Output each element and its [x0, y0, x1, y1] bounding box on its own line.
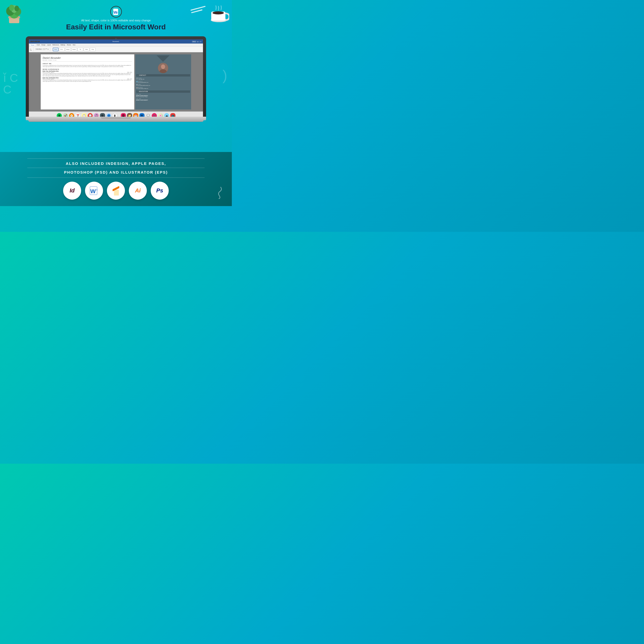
email-details: EMAIL personalemail@example.com: [138, 84, 150, 86]
website-value: yourexamplewebsite.com: [138, 82, 149, 83]
job1-text: Lorem ipsum is simply dummy text of the …: [43, 73, 132, 77]
tab-references[interactable]: References: [52, 44, 60, 46]
top-section: ǐ CC ) W ≡ All text, shape, color is 100…: [0, 0, 232, 152]
resume-name: Daniel Alexander: [43, 56, 132, 59]
dock-icon-messages[interactable]: 💬: [88, 113, 93, 117]
main-layout: ǐ CC ) W ≡ All text, shape, color is 100…: [0, 0, 232, 232]
education-header: • EDUCATION: [136, 90, 190, 93]
dock-icon-photos3[interactable]: 🌸: [158, 113, 163, 117]
font-underline[interactable]: U: [48, 48, 48, 50]
photoshop-icon-circle: Ps: [151, 182, 169, 200]
dock-icon-launchpad[interactable]: 🚀: [63, 113, 68, 117]
svg-text:≡: ≡: [96, 188, 98, 191]
bottom-line-middle: [27, 168, 205, 168]
svg-marker-15: [157, 55, 170, 62]
svg-text:≡: ≡: [117, 11, 118, 14]
about-body-text: Lorem ipsum is simply dummy text of the …: [43, 65, 132, 67]
app-icons-row: Id W ≡ Ai Ps: [5, 182, 227, 200]
dock-icon-safari[interactable]: 🧭: [69, 113, 74, 117]
ribbon-styles: Normal No Sp... Heading 1 Heading 2 Titl…: [52, 47, 97, 52]
education-bullet: •: [137, 91, 138, 92]
contact-phone: 📞 PHONE +012 3456 789: [135, 77, 191, 80]
dock-icon-calendar[interactable]: 📅: [75, 113, 80, 117]
dock-icon-folder[interactable]: 📁: [127, 113, 132, 117]
word-ui: ⬛ ⬛ ⬛ ⬛ ⬛ Document1 Share ⊟ □ ✕ Hom: [29, 39, 203, 117]
indesign-icon-circle: Id: [63, 182, 81, 200]
laptop: ⬛ ⬛ ⬛ ⬛ ⬛ Document1 Share ⊟ □ ✕ Hom: [26, 36, 206, 122]
tab-review[interactable]: Review: [66, 44, 72, 46]
dock-icon-icloud[interactable]: ☁: [164, 113, 169, 117]
font-bold[interactable]: B: [46, 48, 47, 50]
dock-icon-photos-app[interactable]: 🔵: [106, 113, 111, 117]
laptop-container: ⬛ ⬛ ⬛ ⬛ ⬛ Document1 Share ⊟ □ ✕ Hom: [13, 36, 219, 122]
dock-icon-word[interactable]: W: [139, 113, 145, 117]
website-icon: 🌐: [136, 81, 138, 82]
dock-icon-calendar2[interactable]: 📆: [133, 113, 138, 117]
tab-insert[interactable]: Insert: [36, 44, 41, 46]
word-tabs: Home Insert Design Layout References Mai…: [29, 44, 203, 47]
contact-bullet: •: [137, 75, 138, 76]
laptop-stand: [100, 117, 131, 119]
style-title[interactable]: Title: [78, 48, 83, 51]
website-details: WEBSITE yourexamplewebsite.com: [138, 81, 149, 83]
contact-email: ✉ EMAIL personalemail@example.com: [135, 83, 191, 87]
job2-text: Lorem ipsum is simply dummy text of the …: [43, 80, 132, 82]
dock-icon-finder[interactable]: 🖥: [57, 113, 62, 117]
also-included-text: ALSO INCLUDED INDESIGN, APPLE PAGES,: [5, 161, 227, 166]
edu1: 2015 - 2017 ENTER YOUR SUBJECT Name of U…: [135, 94, 191, 98]
dock-icon-music2[interactable]: 🎶: [152, 113, 157, 117]
dock-icon-notes[interactable]: 📋: [81, 113, 87, 117]
paste-label: Paste: [30, 50, 32, 51]
word-content-area: Daniel Alexander ENTER YOUR TITLE ABOUT …: [29, 52, 203, 112]
about-section-title: ABOUT ME: [43, 63, 132, 64]
ribbon-tools: 📋 Paste Calibri (Body) 12 B: [29, 47, 98, 52]
paste-button[interactable]: 📋: [30, 48, 32, 49]
font-size[interactable]: 12: [43, 48, 45, 50]
laptop-screen: ⬛ ⬛ ⬛ ⬛ ⬛ Document1 Share ⊟ □ ✕ Hom: [29, 39, 203, 117]
dock-icon-tv[interactable]: 📺: [170, 113, 175, 117]
subtitle-text: All text, shape, color is 100% editable …: [5, 19, 227, 22]
style-heading1[interactable]: Heading 1: [65, 48, 71, 51]
tab-design[interactable]: Design: [41, 44, 46, 46]
tab-mailings[interactable]: Mailings: [60, 44, 66, 46]
style-normal[interactable]: Normal: [53, 48, 58, 51]
resume-title-line: ENTER YOUR TITLE: [43, 60, 132, 62]
main-title: Easily Edit in Microsoft Word: [5, 23, 227, 31]
svg-point-17: [161, 64, 165, 69]
address-details: ADDRESS United States of America: [138, 87, 148, 89]
pages-icon-circle: [107, 182, 125, 200]
share-button[interactable]: Share: [192, 41, 196, 43]
contact-website: 🌐 WEBSITE yourexamplewebsite.com: [135, 80, 191, 83]
separator2: [50, 47, 50, 52]
font-name[interactable]: Calibri (Body): [35, 48, 42, 50]
bottom-section: ALSO INCLUDED INDESIGN, APPLE PAGES, PHO…: [0, 152, 232, 206]
titlebar-right: Share ⊟ □ ✕: [192, 41, 201, 43]
tab-layout[interactable]: Layout: [46, 44, 52, 46]
font-group: Calibri (Body) 12 B I U: [35, 48, 48, 50]
dock-icon-settings[interactable]: ⚙: [100, 113, 105, 117]
header-content: W ≡ All text, shape, color is 100% edita…: [5, 4, 227, 31]
photoshop-line-text: PHOTOSHOP (PSD) AND ILLUSTRATOR (EPS): [5, 170, 227, 174]
laptop-screen-outer: ⬛ ⬛ ⬛ ⬛ ⬛ Document1 Share ⊟ □ ✕ Hom: [26, 36, 206, 117]
phone-details: PHONE +012 3456 789: [138, 78, 144, 80]
dock-icon-music[interactable]: 🎵: [94, 113, 99, 117]
contact-address: 📍 ADDRESS United States of America: [135, 87, 191, 90]
work-section-title: WORK EXPERIENCE: [43, 69, 132, 70]
window-controls[interactable]: ⊟ □ ✕: [197, 41, 201, 43]
bottom-line-bottom: [27, 177, 205, 178]
sidebar-triangle-container: [135, 54, 191, 62]
phone-icon: 📞: [136, 78, 138, 79]
style-subtitle[interactable]: Subtitle: [84, 48, 89, 51]
edu1-school: Name of University / College: [136, 96, 190, 97]
tab-home[interactable]: Home: [30, 44, 35, 46]
mac-dock: 🖥 🚀 🧭 📅 📋 💬 🎵 ⚙ 🔵 🗑: [29, 112, 203, 117]
style-no-spacing[interactable]: No Sp...: [59, 48, 65, 51]
paren-decoration: ): [223, 67, 227, 83]
dock-icon-trash[interactable]: 🗑: [112, 113, 117, 117]
dock-icon-photos2[interactable]: 🖼: [121, 113, 126, 117]
dock-icon-messages2[interactable]: 💬: [146, 113, 151, 117]
tab-view[interactable]: View: [72, 44, 76, 46]
style-heading2[interactable]: Heading 2: [71, 48, 77, 51]
style-strong[interactable]: Strong: [90, 48, 96, 51]
word-icon-badge: W ≡: [110, 6, 122, 18]
